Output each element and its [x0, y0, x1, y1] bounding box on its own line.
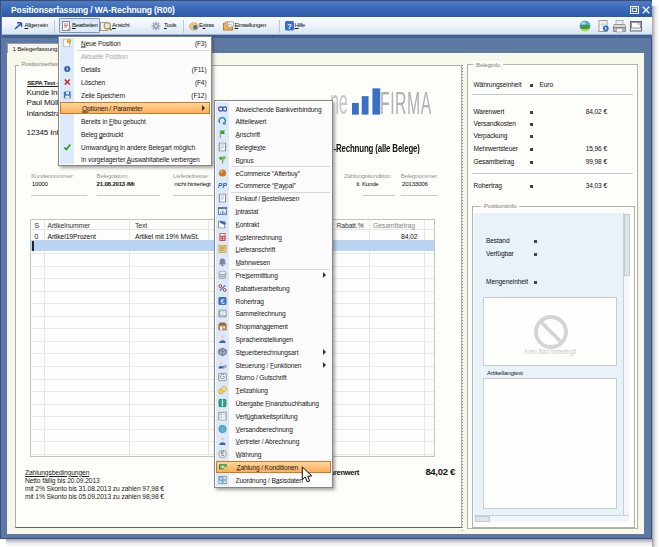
svg-text:€: € [221, 451, 225, 458]
svg-text:€: € [221, 297, 225, 304]
svg-text:PP: PP [218, 182, 227, 189]
svg-text:G: G [220, 374, 225, 381]
svg-text:?: ? [287, 22, 292, 31]
